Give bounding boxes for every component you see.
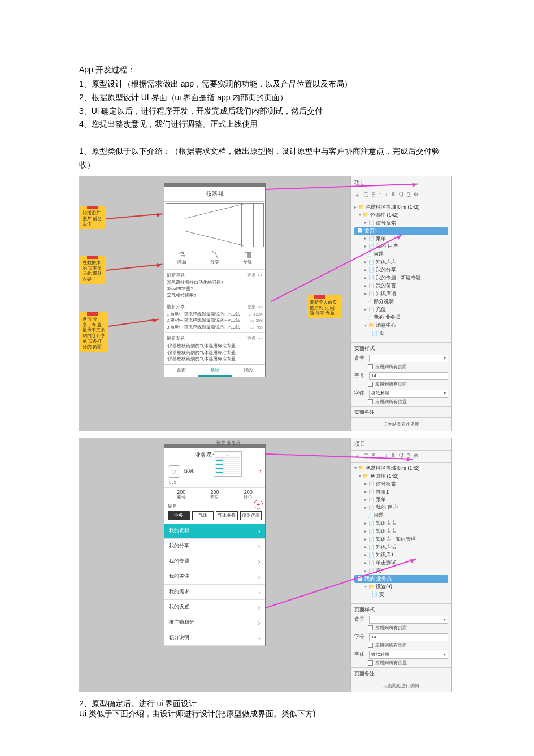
tree-row[interactable]: 📄我的 业务员 [354, 314, 448, 322]
more-link[interactable]: 更多 >> [247, 272, 263, 278]
list-item[interactable]: ·仪器校核药剂的气体选用标准专题 [167, 356, 263, 362]
menu-item[interactable]: 推广赚积分› [164, 615, 265, 630]
tree-row[interactable]: ▸📄我的专题 · 新建专题 [354, 274, 448, 282]
fontsize-input[interactable]: 14 [369, 633, 448, 641]
down-icon[interactable]: ↓ [385, 191, 388, 199]
tree-row[interactable]: ▾📁色谱柱 (142) [354, 473, 448, 481]
menu-item[interactable]: 我的专题› [164, 554, 265, 569]
panel-footer[interactable]: 点击此处进行编辑 [351, 679, 451, 692]
list-item[interactable]: ·仪器校核药剂的气体选用标准专题 [167, 343, 263, 349]
bg-picker[interactable] [369, 616, 448, 624]
tree-row[interactable]: ▸📄我的 用户 [354, 243, 448, 250]
nav-item-question[interactable]: ⚗ 问题 [177, 250, 186, 265]
fontfamily-select[interactable]: 微软雅黑 [369, 390, 448, 398]
tree-row[interactable]: ▸📄我的分享 [354, 266, 448, 274]
menu-item[interactable]: 我的分享› [164, 539, 265, 554]
segment-business[interactable]: 业务 [168, 511, 190, 520]
sticky-note[interactable]: 带新个人前实 然后到 头 问题 分享 专题 [307, 295, 341, 318]
tree-row[interactable]: ▸📄知识库库 [354, 520, 448, 528]
tree-row[interactable]: ▸📄知识库 · 知识管理 [354, 535, 448, 543]
list-item[interactable]: ③气相拉线图? [167, 292, 263, 299]
tree-row[interactable]: ▸📄我的 用户 [354, 504, 448, 512]
tree-row[interactable]: ▾📁色谱柱区等域页面 (142) [354, 465, 448, 473]
fontfamily-select[interactable]: 微软雅黑 [369, 651, 448, 659]
up-icon[interactable]: ↑ [379, 452, 381, 460]
tree-row[interactable]: ▸📄知识库1 [354, 551, 448, 559]
page-icon[interactable]: ▢ [363, 452, 368, 460]
segment-gas[interactable]: 气体 [192, 511, 214, 520]
tab-mine[interactable]: 我的 [232, 365, 265, 377]
stat-points[interactable]: 200积分 [164, 488, 198, 502]
more-link[interactable]: 更多 >> [247, 304, 263, 310]
fontsize-input[interactable]: 14 [369, 372, 448, 380]
checkbox[interactable] [368, 625, 373, 630]
add-icon[interactable]: ＋ [354, 191, 360, 199]
sticky-note[interactable]: 在数据库的 页不显示此 部分内容 [80, 256, 106, 284]
copy-icon[interactable]: ⎘ [372, 452, 375, 460]
checkbox[interactable] [368, 364, 373, 369]
nav-item-share[interactable]: 〽 分享 [210, 250, 219, 265]
page-tree[interactable]: ▾📁色谱柱区等域页面 (142)▾📁色谱柱 (142)▸📄信号搜索▸📄首页1▸📄… [351, 463, 451, 603]
more-icon[interactable]: ⊕ [414, 452, 418, 460]
menu-item[interactable]: 我的关注› [164, 569, 265, 585]
menu-item[interactable]: 我的资料› [164, 524, 265, 539]
tree-row[interactable]: ▸📄知识库话 [354, 290, 448, 298]
tree-row[interactable]: ▸📄信号搜索 [354, 219, 448, 227]
checkbox[interactable] [368, 660, 373, 666]
tree-row[interactable]: ▾📁设置(4) [354, 583, 448, 591]
carousel-placeholder[interactable] [166, 203, 264, 247]
page-tree[interactable]: ▸📁色谱柱区等域页面 (142)▾📁色谱柱 (142)▸📄信号搜索 📄首页1▸📄… [351, 201, 451, 342]
checkbox[interactable] [368, 382, 373, 387]
checkbox[interactable] [368, 643, 373, 648]
list-item[interactable]: 2.液相中间流程线温最新说的HPLC法 ▭598 [167, 317, 263, 324]
tree-row[interactable]: ▾📁消息中心 [354, 322, 448, 330]
tab-domain[interactable]: 领域 [198, 365, 231, 377]
tree-row[interactable]: ▸📄首页1 [354, 489, 448, 496]
collapse-icon[interactable]: ⤋ [391, 191, 396, 199]
checkbox[interactable] [368, 399, 373, 404]
tree-row[interactable]: ▸📄充值 [354, 306, 448, 314]
tree-row[interactable]: ▸📄知识库话 [354, 543, 448, 551]
sticky-note[interactable]: 轮播图片图片 后台上传 [80, 206, 106, 229]
tree-row[interactable]: 📄我的 业务员 [354, 575, 448, 583]
nav-item-topic[interactable]: ▥ 专题 [243, 250, 252, 265]
tree-row[interactable]: 📄页 [354, 330, 448, 338]
more-link[interactable]: 更多 >> [247, 335, 263, 342]
page-icon[interactable]: ▢ [363, 191, 368, 199]
list-item[interactable]: ②ssdSDE图? [167, 286, 263, 292]
copy-icon[interactable]: ⎘ [372, 191, 375, 199]
segment-gas-biz[interactable]: 气体业务 [216, 511, 238, 520]
add-icon[interactable]: + [254, 500, 263, 509]
list-item[interactable]: 1.自动中间流程线温最新说的HPLC法 ▭1234 [167, 311, 263, 318]
tree-row[interactable]: 📄页 [354, 591, 448, 599]
stat-reward[interactable]: 200奖励 [198, 488, 231, 502]
tree-row[interactable]: ▸📄知识库库 [354, 258, 448, 266]
tree-row[interactable]: 📄部分说明 [354, 298, 448, 306]
segment-rep[interactable]: 仪器代表 [240, 511, 262, 520]
down-icon[interactable]: ↓ [385, 452, 388, 460]
panel-footer[interactable]: 点本站查看作者库 [351, 417, 451, 431]
more-icon[interactable]: ⊕ [414, 191, 418, 199]
up-icon[interactable]: ↑ [379, 191, 381, 199]
bg-picker[interactable] [369, 355, 448, 362]
menu-item[interactable]: 积分说明› [164, 630, 265, 646]
search-icon[interactable]: Q [399, 191, 403, 199]
tree-row[interactable]: ▸📄知识库库 [354, 528, 448, 535]
list-item[interactable]: ·仪器校核药剂的气体选用标准专题 [167, 349, 263, 356]
preview-thumbnail[interactable]: ▭ [214, 451, 242, 477]
list-item[interactable]: ①色谱柱怎样自动化的问题? [167, 279, 263, 286]
stat-rank[interactable]: 200排位 [232, 488, 265, 502]
list-item[interactable]: 3.自动中间流程线温最新说的HPLC法 ▭785 [167, 324, 263, 331]
menu-item[interactable]: 我的需求› [164, 585, 265, 600]
sticky-note[interactable]: 点击 分享，专 题显示不三条 则内容分享单 页多打分的 页面 [80, 312, 108, 352]
tree-row[interactable]: ▾📁色谱柱 (142) [354, 211, 448, 219]
tree-row[interactable]: ▸📄我的留言 [354, 282, 448, 290]
tree-row[interactable]: ▸📁色谱柱区等域页面 (142) [354, 204, 448, 211]
tree-row[interactable]: ▸📄菜单 [354, 496, 448, 504]
tab-home[interactable]: 首页 [164, 365, 198, 377]
tree-row[interactable]: 📄问题 [354, 512, 448, 520]
tree-row[interactable]: ▸📄信号搜索 [354, 481, 448, 489]
nav-label: 专题 [243, 260, 252, 265]
menu-item[interactable]: 我的设置› [164, 600, 265, 615]
help-icon[interactable]: ⍰ [407, 191, 410, 199]
